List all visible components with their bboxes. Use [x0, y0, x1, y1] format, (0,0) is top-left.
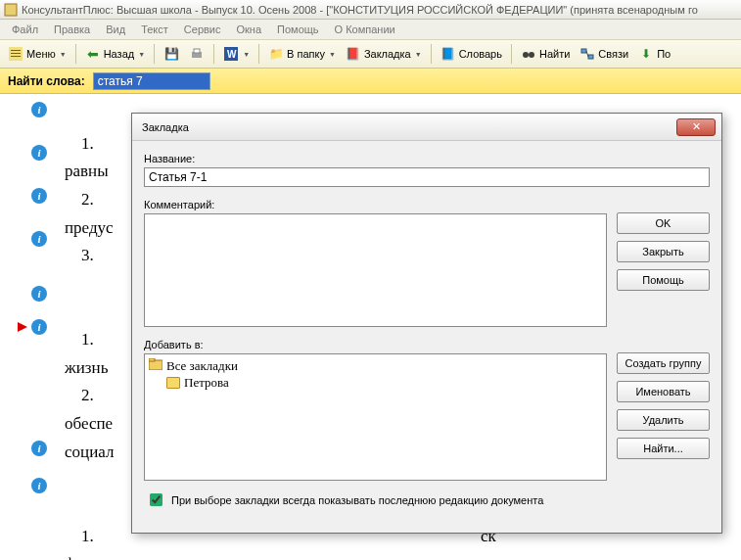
help-button[interactable]: Помощь [617, 269, 710, 291]
po-button[interactable]: ⬇ По [634, 42, 674, 66]
gutter: i i i i i i i i [0, 94, 61, 560]
name-label: Название: [144, 153, 710, 164]
save-button[interactable]: 💾 [160, 42, 183, 66]
printer-icon [189, 46, 205, 62]
dialog-titlebar: Закладка ✕ [132, 114, 721, 141]
back-button-label: Назад [104, 48, 135, 60]
tree-root[interactable]: Все закладки [149, 357, 602, 374]
menu-file[interactable]: Файл [6, 22, 44, 37]
back-arrow-icon: ⬅ [85, 46, 101, 62]
links-label: Связи [598, 48, 628, 60]
menu-about[interactable]: О Компании [329, 22, 401, 37]
close-icon: ✕ [692, 120, 701, 133]
addto-label: Добавить в: [144, 339, 607, 350]
svg-rect-4 [11, 56, 21, 57]
print-button[interactable] [185, 42, 208, 66]
toolbar: Меню ▼ ⬅ Назад ▼ 💾 W ▼ 📁 В папку ▼ 📕 Зак… [0, 39, 741, 69]
binoculars-icon [521, 46, 536, 62]
tree-root-label: Все закладки [166, 358, 238, 374]
delete-button[interactable]: Удалить [617, 409, 710, 431]
chevron-down-icon: ▼ [415, 51, 422, 58]
floppy-icon: 💾 [163, 46, 179, 62]
bookmark-button[interactable]: 📕 Закладка ▼ [342, 42, 426, 66]
svg-rect-3 [11, 53, 21, 54]
dialog-title: Закладка [142, 121, 189, 133]
bookmark-dialog: Закладка ✕ Название: Комментарий: OK Зак… [131, 113, 722, 534]
dictionary-label: Словарь [459, 48, 502, 60]
close-button[interactable]: ✕ [676, 118, 716, 136]
info-icon[interactable]: i [31, 286, 47, 302]
window-titlebar: КонсультантПлюс: Высшая школа - Выпуск 1… [0, 0, 741, 20]
menu-view[interactable]: Вид [100, 22, 131, 37]
dictionary-button[interactable]: 📘 Словарь [437, 42, 506, 66]
menu-windows[interactable]: Окна [231, 22, 268, 37]
links-icon [579, 46, 595, 62]
links-button[interactable]: Связи [576, 42, 632, 66]
comment-textarea[interactable] [144, 213, 607, 327]
menu-text[interactable]: Текст [135, 22, 174, 37]
to-folder-label: В папку [287, 48, 325, 60]
menu-icon [8, 46, 23, 62]
folder-icon [149, 358, 162, 374]
info-icon[interactable]: i [31, 231, 47, 247]
menubar: Файл Правка Вид Текст Сервис Окна Помощь… [0, 20, 741, 39]
svg-line-13 [586, 51, 588, 57]
svg-text:W: W [227, 49, 237, 60]
menu-help[interactable]: Помощь [271, 22, 325, 37]
svg-rect-11 [581, 49, 586, 53]
info-icon[interactable]: i [31, 102, 47, 117]
book-icon: 📘 [440, 46, 456, 62]
folder-icon: 📁 [268, 46, 284, 62]
info-icon[interactable]: i [31, 441, 47, 456]
info-icon[interactable]: i [31, 478, 47, 493]
svg-rect-2 [11, 50, 21, 51]
find-label: Найти [539, 48, 570, 60]
chevron-down-icon: ▼ [243, 51, 250, 58]
menu-button-label: Меню [26, 48, 56, 60]
svg-rect-15 [149, 358, 155, 361]
menu-button[interactable]: Меню ▼ [4, 42, 70, 66]
svg-rect-12 [588, 55, 593, 59]
svg-point-9 [523, 52, 529, 58]
rename-button[interactable]: Именовать [617, 381, 710, 402]
find-words-bar: Найти слова: [0, 69, 741, 94]
app-icon [4, 3, 18, 17]
find-button[interactable]: Найти [517, 42, 574, 66]
menu-service[interactable]: Сервис [178, 22, 227, 37]
word-button[interactable]: W ▼ [219, 42, 254, 66]
window-title: КонсультантПлюс: Высшая школа - Выпуск 1… [22, 4, 698, 16]
info-icon[interactable]: i [31, 188, 47, 204]
folder-icon [166, 377, 180, 389]
tree-child-label: Петрова [184, 375, 229, 391]
find-bookmark-button[interactable]: Найти... [617, 438, 710, 459]
menu-edit[interactable]: Правка [48, 22, 96, 37]
info-icon[interactable]: i [31, 145, 47, 161]
find-words-input[interactable] [93, 72, 210, 90]
ok-button[interactable]: OK [617, 212, 710, 234]
chevron-down-icon: ▼ [60, 51, 67, 58]
word-icon: W [223, 46, 239, 62]
close-dialog-button[interactable]: Закрыть [617, 241, 710, 262]
svg-rect-0 [5, 4, 17, 16]
info-icon[interactable]: i [31, 319, 47, 335]
chevron-down-icon: ▼ [329, 51, 336, 58]
chevron-down-icon: ▼ [138, 51, 145, 58]
name-input[interactable] [144, 167, 710, 187]
tree-child[interactable]: Петрова [149, 374, 602, 391]
show-latest-label: При выборе закладки всегда показывать по… [171, 494, 543, 506]
find-words-label: Найти слова: [8, 74, 85, 88]
bookmark-icon: 📕 [346, 46, 361, 62]
create-group-button[interactable]: Создать группу [617, 352, 710, 374]
comment-label: Комментарий: [144, 199, 607, 210]
to-folder-button[interactable]: 📁 В папку ▼ [264, 42, 340, 66]
show-latest-checkbox[interactable] [150, 493, 162, 506]
bookmark-label: Закладка [364, 48, 411, 60]
back-button[interactable]: ⬅ Назад ▼ [81, 42, 149, 66]
flag-icon [18, 322, 27, 332]
po-label: По [657, 48, 671, 60]
svg-point-10 [529, 52, 534, 58]
folder-tree[interactable]: Все закладки Петрова [144, 353, 607, 481]
down-arrow-icon: ⬇ [638, 46, 654, 62]
svg-rect-6 [194, 49, 200, 53]
